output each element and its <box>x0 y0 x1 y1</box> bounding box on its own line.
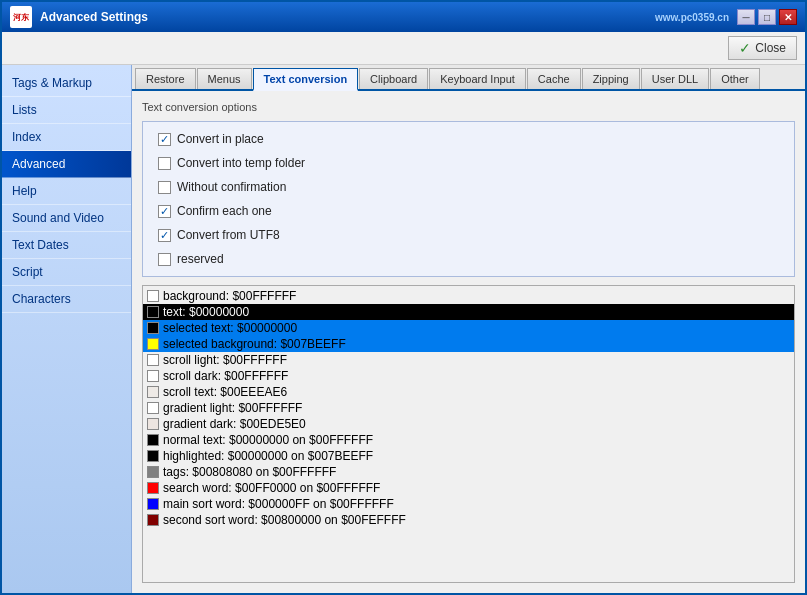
main-window: 河东 Advanced Settings www.pc0359.cn ─ □ ✕… <box>0 0 807 595</box>
text-scroll-light: scroll light: $00FFFFFF <box>163 353 287 367</box>
options-box: Convert in place Convert into temp folde… <box>142 121 795 277</box>
option-convert-temp: Convert into temp folder <box>158 156 779 170</box>
swatch-gradient-dark <box>147 418 159 430</box>
close-button[interactable]: ✓ Close <box>728 36 797 60</box>
sidebar-item-script[interactable]: Script <box>2 259 131 286</box>
tab-menus[interactable]: Menus <box>197 68 252 89</box>
sidebar-item-index[interactable]: Index <box>2 124 131 151</box>
tab-text-conversion[interactable]: Text conversion <box>253 68 359 91</box>
swatch-main-sort-word <box>147 498 159 510</box>
swatch-selected-bg <box>147 338 159 350</box>
swatch-highlighted <box>147 450 159 462</box>
text-highlighted: highlighted: $00000000 on $007BEEFF <box>163 449 373 463</box>
color-entry-normal-text[interactable]: normal text: $00000000 on $00FFFFFF <box>143 432 794 448</box>
sidebar: Tags & Markup Lists Index Advanced Help … <box>2 65 132 593</box>
tab-bar: Restore Menus Text conversion Clipboard … <box>132 65 805 91</box>
color-entry-tags[interactable]: tags: $00808080 on $00FFFFFF <box>143 464 794 480</box>
color-entry-highlighted[interactable]: highlighted: $00000000 on $007BEEFF <box>143 448 794 464</box>
checkbox-convert-in-place[interactable] <box>158 133 171 146</box>
color-entry-selected-text[interactable]: selected text: $00000000 <box>143 320 794 336</box>
color-entry-main-sort-word[interactable]: main sort word: $000000FF on $00FFFFFF <box>143 496 794 512</box>
tab-other[interactable]: Other <box>710 68 760 89</box>
maximize-button[interactable]: □ <box>758 9 776 25</box>
checkbox-convert-temp[interactable] <box>158 157 171 170</box>
sidebar-item-advanced[interactable]: Advanced <box>2 151 131 178</box>
tab-cache[interactable]: Cache <box>527 68 581 89</box>
swatch-second-sort-word <box>147 514 159 526</box>
color-entry-selected-bg[interactable]: selected background: $007BEEFF <box>143 336 794 352</box>
color-entry-second-sort-word[interactable]: second sort word: $00800000 on $00FEFFFF <box>143 512 794 528</box>
label-convert-temp: Convert into temp folder <box>177 156 305 170</box>
text-tags: tags: $00808080 on $00FFFFFF <box>163 465 336 479</box>
label-reserved: reserved <box>177 252 224 266</box>
sidebar-item-tags-markup[interactable]: Tags & Markup <box>2 70 131 97</box>
swatch-scroll-text <box>147 386 159 398</box>
text-selected-text: selected text: $00000000 <box>163 321 297 335</box>
label-convert-utf8: Convert from UTF8 <box>177 228 280 242</box>
option-convert-utf8: Convert from UTF8 <box>158 228 779 242</box>
tab-restore[interactable]: Restore <box>135 68 196 89</box>
label-without-confirm: Without confirmation <box>177 180 286 194</box>
close-label: Close <box>755 41 786 55</box>
text-search-word: search word: $00FF0000 on $00FFFFFF <box>163 481 380 495</box>
color-entry-scroll-dark[interactable]: scroll dark: $00FFFFFF <box>143 368 794 384</box>
option-reserved: reserved <box>158 252 779 266</box>
color-entry-scroll-text[interactable]: scroll text: $00EEEAE6 <box>143 384 794 400</box>
checkmark-icon: ✓ <box>739 40 751 56</box>
option-convert-in-place: Convert in place <box>158 132 779 146</box>
minimize-button[interactable]: ─ <box>737 9 755 25</box>
tab-zipping[interactable]: Zipping <box>582 68 640 89</box>
color-entry-background[interactable]: background: $00FFFFFF <box>143 288 794 304</box>
swatch-gradient-light <box>147 402 159 414</box>
text-selected-bg: selected background: $007BEEFF <box>163 337 346 351</box>
color-entry-gradient-light[interactable]: gradient light: $00FFFFFF <box>143 400 794 416</box>
swatch-text <box>147 306 159 318</box>
panel: Text conversion options Convert in place… <box>132 91 805 593</box>
option-confirm-each: Confirm each one <box>158 204 779 218</box>
label-convert-in-place: Convert in place <box>177 132 264 146</box>
content-area: Restore Menus Text conversion Clipboard … <box>132 65 805 593</box>
label-confirm-each: Confirm each one <box>177 204 272 218</box>
panel-title: Text conversion options <box>142 101 795 113</box>
window-controls: ─ □ ✕ <box>737 9 797 25</box>
titlebar: 河东 Advanced Settings www.pc0359.cn ─ □ ✕ <box>2 2 805 32</box>
swatch-normal-text <box>147 434 159 446</box>
checkbox-without-confirm[interactable] <box>158 181 171 194</box>
checkbox-confirm-each[interactable] <box>158 205 171 218</box>
sidebar-item-lists[interactable]: Lists <box>2 97 131 124</box>
color-list[interactable]: background: $00FFFFFF text: $00000000 se… <box>143 286 794 582</box>
color-entry-gradient-dark[interactable]: gradient dark: $00EDE5E0 <box>143 416 794 432</box>
checkbox-reserved[interactable] <box>158 253 171 266</box>
window-close-button[interactable]: ✕ <box>779 9 797 25</box>
text-scroll-text: scroll text: $00EEEAE6 <box>163 385 287 399</box>
color-entry-scroll-light[interactable]: scroll light: $00FFFFFF <box>143 352 794 368</box>
sidebar-item-characters[interactable]: Characters <box>2 286 131 313</box>
swatch-tags <box>147 466 159 478</box>
swatch-search-word <box>147 482 159 494</box>
color-entry-search-word[interactable]: search word: $00FF0000 on $00FFFFFF <box>143 480 794 496</box>
color-entry-text[interactable]: text: $00000000 <box>143 304 794 320</box>
window-title: Advanced Settings <box>40 10 647 24</box>
sidebar-item-sound-video[interactable]: Sound and Video <box>2 205 131 232</box>
text-normal-text: normal text: $00000000 on $00FFFFFF <box>163 433 373 447</box>
swatch-background <box>147 290 159 302</box>
color-list-container: background: $00FFFFFF text: $00000000 se… <box>142 285 795 583</box>
sidebar-item-text-dates[interactable]: Text Dates <box>2 232 131 259</box>
app-logo: 河东 <box>10 6 32 28</box>
swatch-scroll-dark <box>147 370 159 382</box>
tab-keyboard-input[interactable]: Keyboard Input <box>429 68 526 89</box>
text-background: background: $00FFFFFF <box>163 289 296 303</box>
text-main-sort-word: main sort word: $000000FF on $00FFFFFF <box>163 497 394 511</box>
text-scroll-dark: scroll dark: $00FFFFFF <box>163 369 288 383</box>
swatch-selected-text <box>147 322 159 334</box>
text-gradient-dark: gradient dark: $00EDE5E0 <box>163 417 306 431</box>
text-second-sort-word: second sort word: $00800000 on $00FEFFFF <box>163 513 406 527</box>
text-text: text: $00000000 <box>163 305 249 319</box>
main-content: Tags & Markup Lists Index Advanced Help … <box>2 65 805 593</box>
toolbar: ✓ Close <box>2 32 805 65</box>
text-gradient-light: gradient light: $00FFFFFF <box>163 401 302 415</box>
tab-user-dll[interactable]: User DLL <box>641 68 709 89</box>
tab-clipboard[interactable]: Clipboard <box>359 68 428 89</box>
checkbox-convert-utf8[interactable] <box>158 229 171 242</box>
sidebar-item-help[interactable]: Help <box>2 178 131 205</box>
